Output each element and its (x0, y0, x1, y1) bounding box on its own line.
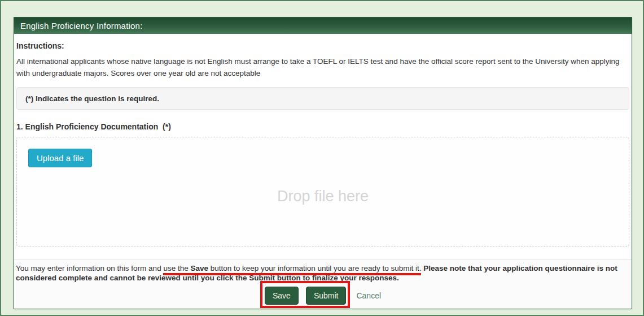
upload-file-button[interactable]: Upload a file (28, 149, 92, 167)
panel-footer: You may enter information on this form a… (14, 259, 632, 309)
save-submit-group: Save Submit (265, 287, 347, 305)
page-background: English Proficiency Information: Instruc… (0, 0, 644, 316)
cancel-link[interactable]: Cancel (356, 291, 381, 300)
instructions-text: All international applicants whose nativ… (16, 55, 629, 79)
required-notice-box: (*) Indicates the question is required. (16, 87, 629, 110)
panel-header: English Proficiency Information: (14, 18, 632, 34)
panel-title: English Proficiency Information: (20, 21, 143, 31)
drop-file-hint: Drop file here (277, 187, 369, 205)
file-drop-zone[interactable]: Upload a file Drop file here (16, 137, 629, 246)
panel-body: Instructions: All international applican… (14, 34, 632, 246)
english-proficiency-panel: English Proficiency Information: Instruc… (14, 17, 632, 309)
required-notice-text: (*) Indicates the question is required. (25, 94, 159, 103)
save-button[interactable]: Save (265, 287, 299, 305)
question-label-text: 1. English Proficiency Documentation (16, 122, 158, 131)
note-plain: You may enter information on this form a… (16, 264, 163, 272)
question-required-marker: (*) (163, 122, 171, 131)
instructions-heading: Instructions: (16, 41, 629, 51)
footer-note: You may enter information on this form a… (16, 263, 630, 283)
actions-row: Save Submit Cancel (16, 287, 630, 305)
question-label: 1. English Proficiency Documentation (*) (16, 122, 629, 132)
submit-button[interactable]: Submit (306, 287, 347, 305)
